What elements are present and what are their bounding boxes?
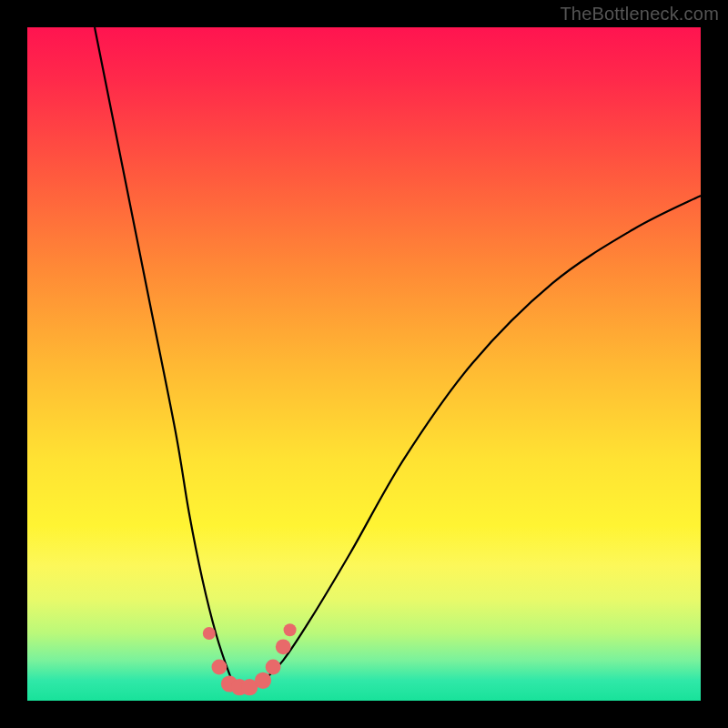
watermark-text: TheBottleneck.com xyxy=(560,4,719,25)
data-marker xyxy=(203,627,216,640)
data-marker xyxy=(212,660,228,675)
bottleneck-curve xyxy=(95,27,701,688)
chart-frame: TheBottleneck.com xyxy=(0,0,728,728)
curve-svg xyxy=(27,27,701,701)
plot-area xyxy=(27,27,701,701)
data-marker xyxy=(276,639,291,654)
data-marker xyxy=(255,672,271,689)
data-marker xyxy=(266,660,281,675)
data-marker xyxy=(284,623,297,636)
